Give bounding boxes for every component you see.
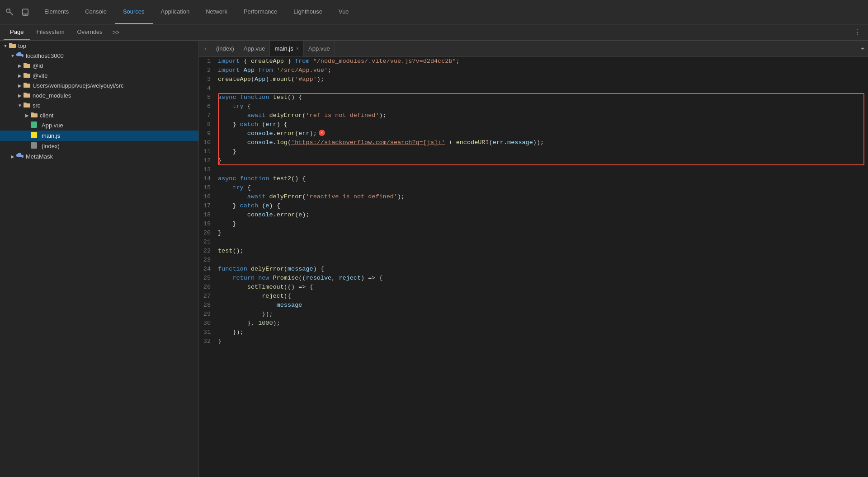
line-number-28: 28 — [199, 301, 218, 310]
file-tab-app-vue-tab[interactable]: App.vue — [239, 41, 270, 56]
file-tab-label-app-vue-tab: App.vue — [244, 45, 265, 52]
code-line-17: 17 } catch (e) { — [199, 201, 868, 210]
folder-icon — [24, 72, 30, 79]
line-content-12: } — [218, 156, 868, 165]
tree-arrow-node-modules: ▶ — [16, 92, 24, 99]
sidebar-item-top[interactable]: ▼ top — [0, 41, 198, 51]
line-content-14: async function test2() { — [218, 174, 868, 183]
code-line-5: 5async function test() { — [199, 93, 868, 102]
line-number-9: 9 — [199, 129, 218, 138]
sidebar-item-label-top: top — [18, 42, 26, 49]
line-content-10: console.log('https://stackoverflow.com/s… — [218, 138, 868, 147]
top-nav-tab-vue[interactable]: Vue — [330, 0, 357, 24]
line-number-12: 12 — [199, 156, 218, 165]
code-line-15: 15 try { — [199, 183, 868, 192]
second-bar-tab-page[interactable]: Page — [4, 24, 30, 40]
line-content-17: } catch (e) { — [218, 201, 868, 210]
device-icon[interactable] — [19, 6, 32, 19]
sidebar-item-at-id[interactable]: ▶ @id — [0, 61, 198, 70]
line-number-19: 19 — [199, 220, 218, 229]
line-number-17: 17 — [199, 201, 218, 210]
sidebar-item-label-src: src — [33, 102, 40, 109]
inspect-icon[interactable] — [4, 6, 16, 19]
line-content-11: } — [218, 147, 868, 156]
line-content-26: setTimeout(() => { — [218, 283, 868, 292]
sidebar-item-client[interactable]: ▶ client — [0, 110, 198, 120]
sidebar-item-label-metamask: MetaMask — [26, 153, 53, 160]
code-line-30: 30 }, 1000); — [199, 319, 868, 328]
code-line-22: 22test(); — [199, 247, 868, 256]
line-content-15: try { — [218, 183, 868, 192]
sidebar-item-src[interactable]: ▼ src — [0, 100, 198, 110]
line-number-3: 3 — [199, 75, 218, 84]
line-number-20: 20 — [199, 229, 218, 238]
sidebar-item-main-js[interactable]: main.js — [0, 131, 198, 141]
file-tab-main-js-tab[interactable]: main.js× — [270, 41, 304, 56]
line-number-22: 22 — [199, 247, 218, 256]
top-nav-tab-elements[interactable]: Elements — [36, 0, 77, 24]
line-number-25: 25 — [199, 274, 218, 283]
add-tab-button[interactable]: + — [857, 41, 868, 56]
top-nav-tab-lighthouse[interactable]: Lighthouse — [285, 0, 330, 24]
second-bar-tab-overrides[interactable]: Overrides — [71, 24, 109, 40]
line-number-18: 18 — [199, 210, 218, 220]
code-area: ‹ (index)App.vuemain.js×App.vue+ 1import… — [199, 41, 868, 477]
sidebar: ▼ top▼ localhost:3000▶ @id▶ @vite▶ Users… — [0, 41, 199, 477]
code-line-28: 28 message — [199, 301, 868, 310]
sidebar-item-at-vite[interactable]: ▶ @vite — [0, 70, 198, 80]
tree-arrow-metamask: ▶ — [9, 153, 16, 160]
sidebar-item-label-at-vite: @vite — [33, 72, 47, 79]
top-nav-tab-performance[interactable]: Performance — [236, 0, 285, 24]
line-number-26: 26 — [199, 283, 218, 292]
line-content-27: reject({ — [218, 292, 868, 301]
top-nav-tab-application[interactable]: Application — [153, 0, 198, 24]
second-bar: PageFilesystemOverrides>> ⋮ — [0, 24, 868, 41]
line-content-32: } — [218, 337, 868, 346]
top-nav-tab-sources[interactable]: Sources — [115, 0, 153, 24]
line-content-5: async function test() { — [218, 93, 868, 102]
top-nav-tab-network[interactable]: Network — [198, 0, 236, 24]
line-number-10: 10 — [199, 138, 218, 147]
code-line-23: 23 — [199, 256, 868, 265]
sidebar-item-node-modules[interactable]: ▶ node_modules — [0, 90, 198, 100]
file-tab-label-main-js-tab: main.js — [274, 45, 293, 52]
line-content-19: } — [218, 220, 868, 229]
line-content-2: import App from '/src/App.vue'; — [218, 66, 868, 75]
svg-point-4 — [25, 14, 26, 15]
sidebar-item-localhost[interactable]: ▼ localhost:3000 — [0, 51, 198, 61]
more-options-icon[interactable]: ⋮ — [850, 28, 864, 37]
sidebar-item-users-path[interactable]: ▶ Users/woniuppp/vuejs/weiyouyi/src — [0, 80, 198, 90]
line-number-6: 6 — [199, 102, 218, 111]
line-content-25: return new Promise((resolve, reject) => … — [218, 274, 868, 283]
code-line-9: 9 console.error(err); — [199, 129, 868, 138]
top-nav-tab-console[interactable]: Console — [77, 0, 115, 24]
line-number-4: 4 — [199, 84, 218, 93]
line-number-31: 31 — [199, 328, 218, 337]
file-tab-app-vue-tab2[interactable]: App.vue — [304, 41, 335, 56]
folder-icon — [24, 92, 30, 99]
file-tab-back-icon[interactable]: ‹ — [199, 41, 212, 56]
tree-arrow-at-id: ▶ — [16, 62, 24, 69]
error-dot — [319, 130, 325, 136]
sidebar-item-app-vue[interactable]: App.vue — [0, 120, 198, 131]
line-content-1: import { createApp } from "/node_modules… — [218, 57, 868, 66]
line-content-6: try { — [218, 102, 868, 111]
line-content-23 — [218, 256, 868, 265]
tree-arrow-src: ▼ — [16, 102, 24, 109]
sidebar-item-index-html[interactable]: (index) — [0, 141, 198, 151]
file-tab-close-main-js-tab[interactable]: × — [296, 46, 299, 51]
second-bar-tab-filesystem[interactable]: Filesystem — [30, 24, 71, 40]
tree-arrow-top: ▼ — [2, 42, 9, 49]
tree-arrow-at-vite: ▶ — [16, 72, 24, 79]
folder-icon — [31, 112, 38, 119]
code-line-16: 16 await delyError('reactive is not defi… — [199, 192, 868, 201]
tree-arrow-client: ▶ — [24, 112, 31, 119]
file-tabs: ‹ (index)App.vuemain.js×App.vue+ — [199, 41, 868, 57]
code-line-27: 27 reject({ — [199, 292, 868, 301]
second-bar-more-button[interactable]: >> — [109, 29, 123, 36]
sidebar-item-metamask[interactable]: ▶ MetaMask — [0, 151, 198, 161]
file-tab-index[interactable]: (index) — [212, 41, 239, 56]
line-content-4 — [218, 84, 868, 93]
code-editor[interactable]: 1import { createApp } from "/node_module… — [199, 57, 868, 477]
line-number-30: 30 — [199, 319, 218, 328]
